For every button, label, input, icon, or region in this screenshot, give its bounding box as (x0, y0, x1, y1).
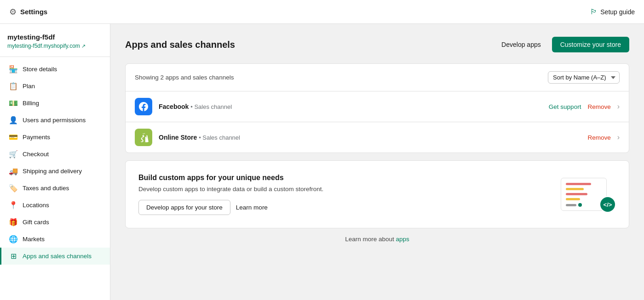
sidebar-item-checkout[interactable]: 🛒 Checkout (0, 146, 110, 163)
sidebar-item-plan[interactable]: 📋 Plan (0, 78, 110, 95)
sidebar-item-gift-cards[interactable]: 🎁 Gift cards (0, 214, 110, 231)
page-header: Apps and sales channels Develop apps Cus… (125, 37, 629, 52)
code-badge: </> (599, 196, 616, 213)
plan-icon: 📋 (9, 82, 18, 91)
topbar-left: ⚙ Settings (9, 7, 47, 17)
apps-link[interactable]: apps (396, 236, 409, 243)
dot-indicator (578, 203, 582, 207)
sidebar-item-users-permissions[interactable]: 👤 Users and permissions (0, 112, 110, 129)
sidebar-item-label: Users and permissions (23, 117, 86, 124)
remove-facebook-link[interactable]: Remove (587, 103, 610, 110)
facebook-app-info: Facebook • Sales channel (159, 103, 542, 110)
code-icon: </> (604, 201, 612, 208)
code-line-2 (566, 188, 584, 190)
sidebar-item-label: Shipping and delivery (23, 168, 82, 175)
checkout-icon: 🛒 (9, 150, 18, 158)
sidebar-item-taxes-duties[interactable]: 🏷️ Taxes and duties (0, 180, 110, 197)
online-store-app-name: Online Store (159, 134, 197, 141)
sidebar-item-label: Gift cards (23, 219, 49, 226)
payments-icon: 💳 (9, 133, 18, 142)
facebook-app-name: Facebook (159, 103, 189, 110)
custom-apps-description: Develop custom apps to integrate data or… (138, 186, 323, 192)
sort-select[interactable]: Sort by Name (A–Z) Sort by Name (Z–A) So… (548, 71, 620, 84)
online-store-icon (135, 129, 152, 146)
code-line-3 (566, 193, 587, 195)
custom-apps-card: Build custom apps for your unique needs … (125, 160, 629, 228)
sidebar-item-label: Locations (23, 202, 49, 209)
store-link[interactable]: mytesting-f5df.myshopify.com ↗ (7, 43, 103, 49)
topbar-title: Settings (20, 8, 47, 16)
facebook-icon (135, 98, 152, 115)
chevron-right-icon[interactable]: › (617, 102, 620, 111)
shipping-delivery-icon: 🚚 (9, 167, 18, 175)
setup-guide-label: Setup guide (600, 8, 635, 16)
sidebar-item-label: Plan (23, 83, 35, 90)
sidebar-item-billing[interactable]: 💵 Billing (0, 95, 110, 112)
footer-learn-more: Learn more about apps (125, 236, 629, 243)
apps-channels-icon: ⊞ (9, 252, 18, 260)
apps-list-header: Showing 2 apps and sales channels Sort b… (126, 64, 629, 91)
remove-online-store-link[interactable]: Remove (587, 134, 610, 141)
develop-apps-button[interactable]: Develop apps (496, 37, 546, 52)
sidebar-item-label: Apps and sales channels (23, 253, 92, 260)
gear-icon: ⚙ (9, 7, 17, 17)
online-store-app-actions: Remove › (587, 133, 620, 142)
apps-list-card: Showing 2 apps and sales channels Sort b… (125, 63, 629, 153)
sidebar: mytesting-f5df mytesting-f5df.myshopify.… (0, 24, 110, 300)
users-permissions-icon: 👤 (9, 116, 18, 125)
table-row: Facebook • Sales channel Get support Rem… (126, 91, 629, 122)
sidebar-item-label: Payments (23, 134, 50, 141)
sidebar-item-payments[interactable]: 💳 Payments (0, 129, 110, 146)
facebook-app-actions: Get support Remove › (549, 102, 620, 111)
setup-guide-link[interactable]: 🏳 Setup guide (590, 8, 635, 16)
custom-apps-actions: Develop apps for your store Learn more (138, 200, 323, 215)
customize-store-button[interactable]: Customize your store (552, 37, 629, 52)
table-row: Online Store • Sales channel Remove › (126, 122, 629, 153)
nav-items: 🏪 Store details 📋 Plan 💵 Billing 👤 Users… (0, 61, 110, 265)
sidebar-item-store-details[interactable]: 🏪 Store details (0, 61, 110, 78)
locations-icon: 📍 (9, 201, 18, 209)
markets-icon: 🌐 (9, 235, 18, 243)
code-line-5 (566, 204, 576, 206)
taxes-duties-icon: 🏷️ (9, 184, 18, 192)
chevron-right-icon[interactable]: › (617, 133, 620, 142)
sidebar-item-locations[interactable]: 📍 Locations (0, 197, 110, 214)
learn-more-text: Learn more about (345, 236, 396, 243)
sidebar-item-markets[interactable]: 🌐 Markets (0, 231, 110, 248)
topbar: ⚙ Settings 🏳 Setup guide (0, 0, 644, 24)
billing-icon: 💵 (9, 99, 18, 108)
flag-icon: 🏳 (590, 8, 598, 16)
external-link-icon: ↗ (81, 43, 86, 49)
sidebar-item-label: Checkout (23, 151, 49, 158)
store-name: mytesting-f5df (7, 33, 103, 41)
sidebar-item-apps-channels[interactable]: ⊞ Apps and sales channels (0, 248, 110, 265)
code-line-4 (566, 198, 580, 200)
facebook-app-type: • Sales channel (190, 103, 232, 110)
main-content: Apps and sales channels Develop apps Cus… (110, 24, 644, 300)
code-illustration: </> (561, 176, 616, 213)
develop-apps-for-store-button[interactable]: Develop apps for your store (138, 200, 230, 215)
get-support-link[interactable]: Get support (549, 103, 581, 110)
custom-apps-content: Build custom apps for your unique needs … (138, 174, 323, 215)
learn-more-link[interactable]: Learn more (236, 204, 268, 211)
online-store-app-info: Online Store • Sales channel (159, 134, 581, 141)
sidebar-item-label: Taxes and duties (23, 185, 69, 192)
code-line-1 (566, 183, 591, 185)
sidebar-item-label: Billing (23, 100, 39, 107)
store-name-block: mytesting-f5df mytesting-f5df.myshopify.… (0, 33, 110, 57)
page-title: Apps and sales channels (125, 40, 235, 50)
online-store-app-type: • Sales channel (199, 134, 240, 141)
store-details-icon: 🏪 (9, 65, 18, 74)
gift-cards-icon: 🎁 (9, 218, 18, 226)
main-layout: mytesting-f5df mytesting-f5df.myshopify.… (0, 24, 644, 300)
custom-apps-title: Build custom apps for your unique needs (138, 174, 323, 182)
page-header-actions: Develop apps Customize your store (496, 37, 629, 52)
sidebar-item-shipping-delivery[interactable]: 🚚 Shipping and delivery (0, 163, 110, 180)
sidebar-item-label: Store details (23, 66, 57, 73)
showing-text: Showing 2 apps and sales channels (135, 74, 234, 81)
sidebar-item-label: Markets (23, 236, 45, 243)
